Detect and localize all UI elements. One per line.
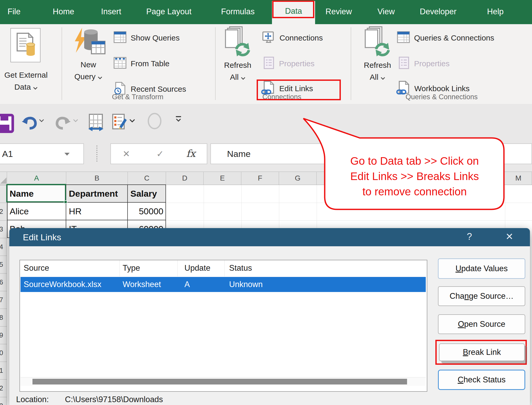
update-values-button[interactable]: Update Values bbox=[438, 258, 525, 279]
show-queries-button[interactable]: Show Queries bbox=[114, 31, 179, 45]
ribbon: Get External Data New Query bbox=[0, 24, 532, 104]
properties-button-disabled: Properties bbox=[263, 56, 315, 71]
cell-b1[interactable]: Department bbox=[66, 185, 128, 203]
row-header-2[interactable]: 2 bbox=[0, 203, 7, 220]
tab-home[interactable]: Home bbox=[53, 0, 74, 24]
row-header-6[interactable]: 6 bbox=[0, 273, 7, 291]
row-header-13[interactable]: 13 bbox=[0, 397, 7, 405]
undo-dropdown-chevron-icon[interactable] bbox=[39, 119, 44, 122]
column-header-b[interactable]: B bbox=[66, 172, 128, 185]
name-box[interactable]: A1 bbox=[0, 143, 84, 164]
break-link-button[interactable]: Break Link bbox=[439, 343, 525, 361]
column-header-g[interactable]: G bbox=[279, 172, 317, 185]
list-column-type[interactable]: Type bbox=[123, 263, 140, 273]
table-border bbox=[7, 220, 166, 220]
link-status: Unknown bbox=[229, 277, 263, 292]
list-column-update[interactable]: Update bbox=[184, 263, 210, 273]
cell-c1[interactable]: Salary bbox=[128, 185, 166, 203]
location-label: Location: bbox=[16, 395, 49, 404]
column-header-c[interactable]: C bbox=[128, 172, 166, 185]
get-external-data-label[interactable]: Get External Data bbox=[0, 69, 57, 93]
check-status-button[interactable]: Check Status bbox=[438, 370, 525, 390]
insert-function-button[interactable]: fx bbox=[186, 144, 196, 163]
dialog-close-button[interactable]: ✕ bbox=[498, 228, 521, 246]
column-header-a[interactable]: A bbox=[7, 172, 66, 185]
row-header-10[interactable]: 10 bbox=[0, 344, 7, 362]
scrollbar-thumb[interactable] bbox=[32, 379, 407, 384]
chevron-down-icon bbox=[381, 73, 385, 82]
tab-page-layout[interactable]: Page Layout bbox=[146, 0, 191, 24]
column-header-m[interactable]: M bbox=[505, 172, 532, 185]
row-header-4[interactable]: 4 bbox=[0, 238, 7, 256]
row-header-7[interactable]: 7 bbox=[0, 291, 7, 309]
row-header-9[interactable]: 9 bbox=[0, 326, 7, 344]
cell-a2[interactable]: Alice bbox=[7, 203, 66, 220]
customize-qat-icon[interactable] bbox=[175, 115, 182, 123]
tab-formulas[interactable]: Formulas bbox=[221, 0, 255, 24]
tab-review[interactable]: Review bbox=[325, 0, 352, 24]
tab-view[interactable]: View bbox=[377, 0, 395, 24]
connections-button[interactable]: Connections bbox=[262, 31, 323, 45]
list-column-status[interactable]: Status bbox=[229, 263, 252, 273]
column-width-button[interactable] bbox=[87, 113, 104, 132]
column-header-e[interactable]: E bbox=[204, 172, 241, 185]
redo-button[interactable] bbox=[55, 115, 71, 131]
row-header[interactable] bbox=[0, 185, 7, 203]
tab-insert[interactable]: Insert bbox=[101, 0, 121, 24]
dialog-title: Edit Links bbox=[23, 228, 61, 246]
row-header-11[interactable]: 11 bbox=[0, 362, 7, 379]
row-header-3[interactable]: 3 bbox=[0, 220, 7, 238]
column-header-f[interactable]: F bbox=[241, 172, 279, 185]
select-all-corner[interactable] bbox=[0, 172, 7, 185]
fill-handle[interactable] bbox=[64, 200, 67, 204]
formula-bar-splitter[interactable] bbox=[96, 145, 97, 162]
redo-dropdown-chevron-icon[interactable] bbox=[73, 119, 78, 122]
undo-button[interactable] bbox=[21, 115, 37, 131]
redo-icon bbox=[55, 115, 71, 131]
cell-b2[interactable]: HR bbox=[66, 203, 128, 220]
dialog-title-bar[interactable]: Edit Links ? ✕ bbox=[9, 228, 530, 246]
dialog-help-button[interactable]: ? bbox=[458, 228, 481, 246]
queries-table-icon bbox=[397, 31, 410, 45]
tab-file[interactable]: File bbox=[8, 0, 21, 24]
enter-button[interactable]: ✓ bbox=[156, 144, 164, 164]
gridline bbox=[204, 185, 204, 228]
get-external-data-button[interactable] bbox=[10, 28, 41, 62]
new-query-button[interactable]: New Query bbox=[66, 27, 110, 83]
ribbon-separator bbox=[351, 27, 351, 100]
refresh-all-button-2[interactable]: Refresh All bbox=[358, 26, 397, 83]
links-list[interactable]: Source Type Update Status SourceWorkbook… bbox=[19, 260, 427, 392]
circle-shape-icon[interactable] bbox=[148, 113, 162, 129]
touch-mode-button[interactable] bbox=[111, 113, 127, 131]
cell-a1[interactable]: Name bbox=[7, 185, 66, 203]
row-header-5[interactable]: 5 bbox=[0, 256, 7, 273]
horizontal-scrollbar[interactable] bbox=[21, 377, 426, 386]
link-source: SourceWorkbook.xlsx bbox=[24, 277, 101, 292]
touch-mode-chevron-icon[interactable] bbox=[129, 119, 135, 122]
cancel-button[interactable]: ✕ bbox=[123, 144, 130, 164]
list-column-source[interactable]: Source bbox=[24, 263, 49, 273]
select-all-triangle-icon bbox=[0, 177, 6, 184]
save-button[interactable] bbox=[0, 114, 14, 134]
link-row-selected[interactable]: SourceWorkbook.xlsx Worksheet A Unknown bbox=[21, 277, 426, 292]
gridline bbox=[166, 220, 532, 221]
refresh-all-icon bbox=[223, 50, 252, 59]
from-table-icon bbox=[114, 57, 127, 71]
properties-icon bbox=[398, 56, 410, 71]
table-border bbox=[7, 202, 166, 203]
get-external-data-icon bbox=[14, 32, 37, 58]
refresh-all-button[interactable]: Refresh All bbox=[218, 26, 257, 83]
connections-icon bbox=[262, 30, 275, 46]
from-table-button[interactable]: From Table bbox=[114, 56, 170, 71]
column-header-d[interactable]: D bbox=[166, 172, 204, 185]
open-source-button[interactable]: Open Source bbox=[438, 314, 525, 334]
row-header-8[interactable]: 8 bbox=[0, 309, 7, 326]
row-header-12[interactable]: 12 bbox=[0, 379, 7, 397]
tab-developer[interactable]: Developer bbox=[420, 0, 456, 24]
name-box-dropdown-icon[interactable] bbox=[64, 153, 70, 156]
ribbon-tab-bar: File Home Insert Page Layout Formulas Da… bbox=[0, 0, 532, 24]
change-source-button[interactable]: Change Source… bbox=[438, 286, 525, 306]
cell-c2[interactable]: 50000 bbox=[128, 203, 166, 220]
tab-help[interactable]: Help bbox=[487, 0, 504, 24]
queries-connections-button[interactable]: Queries & Connections bbox=[397, 31, 494, 45]
